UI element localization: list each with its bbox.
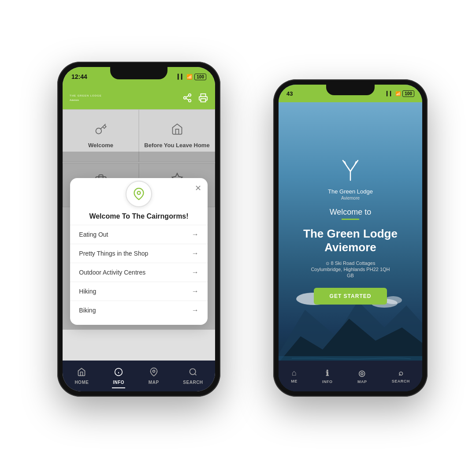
tile-welcome-label: Welcome bbox=[88, 142, 113, 149]
svg-line-18 bbox=[195, 373, 197, 375]
search-nav-icon bbox=[189, 368, 197, 379]
phone-1-app-header: THE GREEN LODGE Aviemore bbox=[63, 86, 215, 109]
phone-2-nav-home[interactable]: ⌂ ME bbox=[291, 368, 298, 383]
tile-before-leave-label: Before You Leave Home bbox=[144, 142, 209, 149]
nav-search-label-p1: SEARCH bbox=[183, 380, 203, 385]
share-icon[interactable] bbox=[182, 93, 192, 103]
brand-name: The Green Lodge bbox=[328, 188, 373, 195]
nav-home-label: ME bbox=[291, 379, 298, 383]
address-line1: 8 Ski Road Cottages bbox=[331, 260, 376, 266]
phone-2-status-icons: ▎▎ 📶 100 bbox=[387, 90, 414, 97]
modal-item-biking[interactable]: Biking → bbox=[70, 301, 207, 320]
lodge-title: The Green Lodge Aviemore bbox=[303, 227, 398, 254]
phone-2-screen: 43 ▎▎ 📶 100 bbox=[279, 85, 422, 391]
arrow-icon-0: → bbox=[192, 231, 199, 238]
outdoor-label: Outdoor Activity Centres bbox=[79, 269, 145, 276]
phone-2-notch bbox=[326, 85, 375, 95]
hero-content: The Green Lodge Aviemore Welcome to The … bbox=[279, 102, 422, 361]
phone-1-nav-home[interactable]: HOME bbox=[74, 368, 89, 385]
svg-point-17 bbox=[190, 368, 195, 374]
phone-1-notch bbox=[110, 67, 167, 79]
modal-item-outdoor[interactable]: Outdoor Activity Centres → bbox=[70, 263, 207, 282]
phone-1-nav-search[interactable]: SEARCH bbox=[183, 368, 203, 385]
phone-2-nav-info[interactable]: ℹ INFO bbox=[322, 368, 333, 384]
signal-icon: ▎▎ bbox=[387, 91, 394, 96]
svg-point-12 bbox=[137, 191, 140, 194]
phone-1: 12:44 ▎▎ 📶 100 THE GREEN LODGE Aviemore bbox=[57, 62, 220, 397]
map-nav-icon bbox=[149, 368, 158, 379]
biking-label: Biking bbox=[79, 307, 96, 314]
battery-badge: 100 bbox=[402, 90, 414, 97]
get-started-button[interactable]: GET STARTED bbox=[314, 288, 387, 305]
print-icon[interactable] bbox=[198, 93, 208, 103]
phone-2-nav-search[interactable]: ⌕ SEARCH bbox=[392, 368, 410, 383]
phone-2-nav-map[interactable]: ◎ MAP bbox=[357, 368, 367, 384]
svg-point-16 bbox=[152, 370, 155, 372]
home-tile-icon bbox=[171, 123, 183, 138]
phone-1-screen: 12:44 ▎▎ 📶 100 THE GREEN LODGE Aviemore bbox=[63, 67, 215, 391]
content-area: Welcome Before You Leave Home bbox=[63, 109, 215, 361]
address-line3: GB bbox=[347, 273, 354, 278]
modal-icon-container bbox=[70, 181, 207, 207]
address-block: ⊙ 8 Ski Road Cottages Coylumbridge, High… bbox=[311, 260, 390, 278]
arrow-icon-1: → bbox=[192, 249, 199, 257]
antler-logo bbox=[339, 158, 361, 186]
phone-2: 43 ▎▎ 📶 100 bbox=[273, 79, 428, 397]
battery-badge-p1: 100 bbox=[194, 74, 206, 80]
nav-map-label: MAP bbox=[357, 379, 367, 384]
svg-rect-9 bbox=[201, 99, 206, 102]
home-nav-icon bbox=[77, 368, 86, 379]
hiking-label: Hiking bbox=[79, 288, 96, 295]
eating-out-label: Eating Out bbox=[79, 231, 108, 238]
map-icon: ◎ bbox=[358, 368, 366, 378]
wifi-icon: 📶 bbox=[395, 91, 401, 96]
pretty-things-label: Pretty Things in the Shop bbox=[79, 250, 148, 257]
location-icon: ⊙ bbox=[326, 261, 329, 266]
info-nav-icon bbox=[114, 368, 123, 379]
app-logo: THE GREEN LODGE Aviemore bbox=[70, 93, 102, 102]
phone-1-status-icons: ▎▎ 📶 100 bbox=[178, 74, 206, 80]
phone-1-time: 12:44 bbox=[71, 73, 87, 80]
search-icon: ⌕ bbox=[398, 368, 404, 378]
welcome-label: Welcome to bbox=[330, 208, 372, 217]
modal-item-hiking[interactable]: Hiking → bbox=[70, 282, 207, 301]
phone-1-nav-info[interactable]: INFO bbox=[113, 368, 124, 385]
nav-map-label-p1: MAP bbox=[149, 380, 159, 385]
phone-1-nav-map[interactable]: MAP bbox=[149, 368, 159, 385]
modal-close-button[interactable]: ✕ bbox=[195, 183, 201, 193]
brand-location: Aviemore bbox=[341, 196, 360, 201]
modal-title: Welcome To The Cairngorms! bbox=[70, 212, 207, 220]
address-line2: Coylumbridge, Highlands PH22 1QH bbox=[311, 267, 390, 272]
nav-info-label: INFO bbox=[322, 379, 333, 384]
arrow-icon-2: → bbox=[192, 268, 199, 276]
svg-line-8 bbox=[186, 96, 189, 97]
svg-line-7 bbox=[186, 98, 189, 100]
scene: 43 ▎▎ 📶 100 bbox=[0, 0, 476, 476]
phone-1-bottom-nav: HOME INFO MAP bbox=[63, 361, 215, 391]
key-icon bbox=[95, 123, 107, 138]
home-icon: ⌂ bbox=[292, 368, 297, 378]
modal-overlay: ✕ Welcome To The Cairngorms! Eating Out … bbox=[63, 152, 215, 330]
signal-icon-p1: ▎▎ bbox=[178, 74, 185, 80]
location-pin-icon bbox=[133, 188, 145, 200]
modal: ✕ Welcome To The Cairngorms! Eating Out … bbox=[70, 178, 207, 325]
phone-2-bottom-nav: ⌂ ME ℹ INFO ◎ MAP ⌕ SEARCH bbox=[279, 361, 422, 391]
nav-info-label-p1: INFO bbox=[113, 380, 124, 385]
welcome-underline bbox=[342, 219, 359, 220]
nav-search-label: SEARCH bbox=[392, 379, 410, 383]
info-icon: ℹ bbox=[326, 368, 329, 378]
modal-item-pretty-things[interactable]: Pretty Things in the Shop → bbox=[70, 244, 207, 263]
arrow-icon-4: → bbox=[192, 306, 199, 314]
phone-2-time: 43 bbox=[286, 90, 293, 97]
nav-home-label-p1: HOME bbox=[74, 380, 89, 385]
modal-item-eating-out[interactable]: Eating Out → bbox=[70, 225, 207, 244]
arrow-icon-3: → bbox=[192, 287, 199, 295]
wifi-icon-p1: 📶 bbox=[186, 74, 193, 80]
modal-icon-circle bbox=[126, 181, 152, 207]
header-icons bbox=[182, 93, 208, 103]
